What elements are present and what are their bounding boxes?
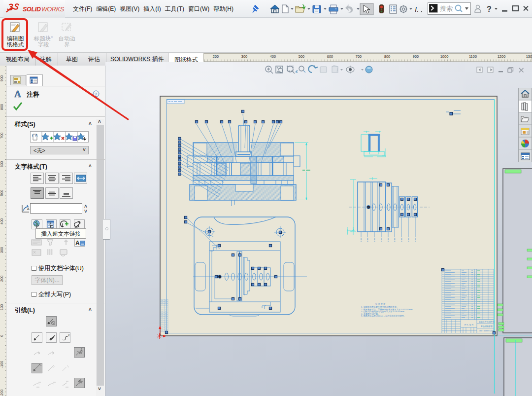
svg-text:800: 800 (0, 104, 4, 110)
svg-text:100: 100 (0, 304, 4, 311)
svg-text:800: 800 (384, 54, 391, 59)
svg-text:冲 孔 落 料: 冲 孔 落 料 (464, 324, 473, 326)
svg-text:900: 900 (413, 54, 419, 59)
svg-text:某某大学机械学院: 某某大学机械学院 (479, 321, 495, 323)
svg-text:1200: 1200 (498, 54, 506, 59)
svg-text:700: 700 (356, 54, 362, 59)
svg-text:I.: I. (415, 5, 419, 13)
svg-text:1000: 1000 (440, 54, 449, 59)
svg-text:搜索: 搜索 (439, 5, 453, 12)
svg-text:300: 300 (241, 54, 248, 59)
svg-text:WORKS: WORKS (41, 6, 65, 13)
svg-text:GB/T 14689-2008: GB/T 14689-2008 (479, 329, 495, 332)
svg-text:700: 700 (0, 133, 4, 139)
svg-text:600: 600 (0, 161, 4, 168)
svg-text:A: A (14, 89, 21, 98)
svg-text:500: 500 (299, 54, 305, 59)
svg-text:SOLID: SOLID (23, 6, 41, 13)
svg-text:x: x (68, 333, 70, 337)
svg-text:600: 600 (327, 54, 333, 59)
svg-text:400: 400 (270, 54, 276, 59)
svg-text:1300: 1300 (526, 54, 532, 59)
svg-text:-200: -200 (0, 389, 4, 396)
svg-text:900: 900 (0, 75, 4, 82)
svg-text:400: 400 (0, 218, 4, 225)
svg-text:A: A (27, 207, 30, 211)
svg-text:200: 200 (213, 54, 219, 59)
svg-text:1100: 1100 (469, 54, 477, 59)
svg-text:0: 0 (0, 335, 4, 337)
svg-text:300: 300 (0, 247, 4, 253)
svg-text:A: A (35, 133, 38, 138)
svg-text:?: ? (95, 92, 97, 97)
svg-text:A: A (75, 240, 80, 247)
svg-text:技 术 要 求: 技 术 要 求 (375, 303, 386, 305)
svg-text:-100: -100 (0, 360, 4, 368)
svg-text:500: 500 (0, 190, 4, 196)
svg-text:?: ? (487, 5, 492, 13)
svg-text:200: 200 (0, 276, 4, 282)
